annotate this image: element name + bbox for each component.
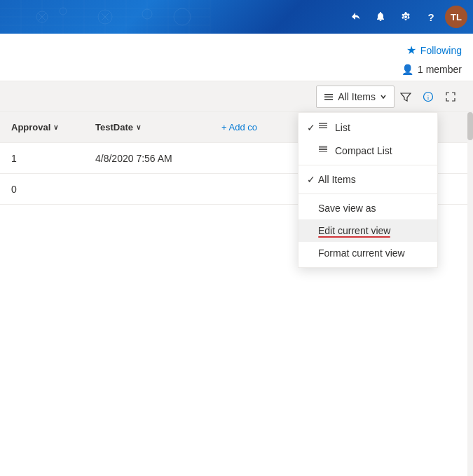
svg-rect-23 [324,96,333,97]
menu-item-compact-list[interactable]: Compact List [299,139,437,162]
info-button[interactable]: i [417,86,439,108]
testdate-column-label: TestDate [95,122,133,132]
star-icon: ★ [406,43,416,57]
svg-rect-29 [319,128,327,128]
approval-column-label: Approval [11,122,50,132]
menu-item-save-view[interactable]: Save view as [299,197,437,219]
page-header: ★ Following 👤 1 member [0,34,473,81]
menu-item-edit-view-label: Edit current view [318,225,390,236]
expand-button[interactable] [439,86,462,108]
cell-approval-2: 0 [11,184,95,195]
menu-divider-1 [299,165,437,165]
svg-text:i: i [427,94,430,101]
scrollbar-track[interactable] [467,112,473,476]
svg-rect-32 [319,149,327,150]
expand-icon [446,92,455,102]
user-avatar[interactable]: TL [445,6,467,28]
compact-list-menu-icon [318,144,328,156]
cell-testdate-1: 4/8/2020 7:56 AM [95,153,221,164]
member-count-row[interactable]: 👤 1 member [402,61,462,81]
bell-icon[interactable] [369,6,392,28]
menu-item-format-view[interactable]: Format current view [299,242,437,264]
menu-item-save-view-label: Save view as [318,203,376,214]
chevron-down-icon [380,93,387,100]
view-dropdown-menu: List Compact List All Items Save view as [298,112,438,268]
top-nav-bar: ? TL [0,0,473,34]
nav-icons-group: ? TL [344,6,467,28]
add-column-button[interactable]: + Add co [221,122,257,132]
approval-sort-icon: ∨ [53,123,58,131]
list-toolbar: All Items i [0,81,473,112]
column-header-testdate[interactable]: TestDate ∨ [95,122,221,132]
content-wrapper: ★ Following 👤 1 member All Items [0,34,473,476]
list-menu-icon [318,121,328,133]
menu-item-compact-list-label: Compact List [335,145,392,156]
share-icon[interactable] [344,6,366,28]
svg-rect-30 [319,146,327,147]
following-label: Following [420,45,462,56]
menu-item-edit-view[interactable]: Edit current view [299,219,437,242]
info-icon: i [423,91,434,102]
menu-divider-2 [299,193,437,194]
column-header-approval[interactable]: Approval ∨ [11,122,95,132]
member-count: 1 member [418,64,462,75]
menu-item-list[interactable]: List [299,116,437,139]
menu-item-list-label: List [335,122,350,133]
help-icon[interactable]: ? [420,6,442,28]
testdate-sort-icon: ∨ [136,123,141,131]
svg-rect-31 [319,148,327,149]
menu-item-all-items-label: All Items [318,174,356,185]
cell-approval-1: 1 [11,153,95,164]
settings-icon[interactable] [395,6,417,28]
view-name-label: All Items [338,91,376,102]
person-icon: 👤 [402,64,413,75]
scrollbar-thumb[interactable] [467,112,473,140]
svg-rect-33 [319,151,327,152]
svg-rect-27 [319,123,327,124]
menu-item-all-items[interactable]: All Items [299,168,437,191]
list-view-icon [324,92,334,102]
filter-icon [400,91,411,102]
following-button[interactable]: ★ Following [406,39,462,61]
view-dropdown-button[interactable]: All Items [316,86,395,108]
filter-button[interactable] [395,86,417,108]
svg-rect-24 [324,99,333,100]
menu-item-format-view-label: Format current view [318,247,405,259]
svg-rect-22 [324,94,333,95]
svg-rect-28 [319,125,327,126]
